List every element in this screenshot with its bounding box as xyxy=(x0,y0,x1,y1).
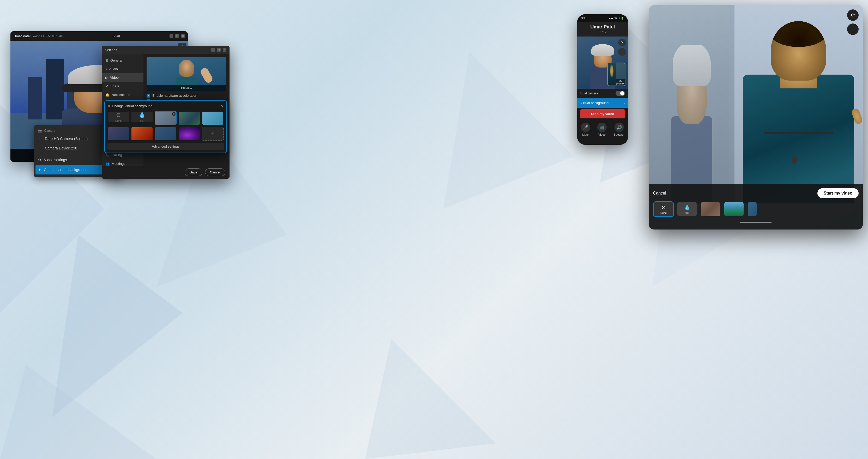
close-window-button[interactable]: ✕ xyxy=(181,34,185,38)
vbg-title: Change virtual background xyxy=(112,104,152,108)
camera-icon: 📷 xyxy=(38,129,42,132)
phone-self-preview: My preview xyxy=(607,63,625,86)
tablet-container: ⟳ ↑ xyxy=(649,5,863,230)
settings-minimize-btn[interactable]: ─ xyxy=(211,48,215,52)
caller-name: Umar Patel xyxy=(13,34,31,38)
call-time: 12:40 xyxy=(112,34,120,38)
nav-video[interactable]: ▷ Video xyxy=(102,73,144,82)
phone-mute-label: Mute xyxy=(582,133,588,136)
calling-icon: 📞 xyxy=(105,153,110,157)
camera-switch-icon: ⟳ xyxy=(621,41,623,44)
tablet-camera-switch-btn[interactable]: ⟳ xyxy=(847,9,859,21)
tablet-vbg-blur[interactable]: 💧 Blur xyxy=(677,201,698,217)
dual-camera-toggle[interactable] xyxy=(616,91,625,96)
meetings-icon: 👥 xyxy=(105,162,110,165)
vbg-collapse-icon[interactable]: ∨ xyxy=(221,103,224,109)
my-preview-label: My preview xyxy=(616,79,625,86)
hw-acceleration-checkbox[interactable]: ✓ xyxy=(147,94,150,97)
nav-general[interactable]: ⊞ General xyxy=(102,56,144,65)
vbg-bg4-item[interactable] xyxy=(107,127,129,141)
wifi-icon: WiFi xyxy=(615,17,620,20)
phone-mute-control[interactable]: 🎤 Mute xyxy=(581,123,590,136)
vbg-close-icon[interactable]: ✕ xyxy=(107,104,110,108)
brush-icon: ✦ xyxy=(38,168,41,172)
tablet-sidebar-icons: ⟳ ↑ xyxy=(847,9,859,35)
video-nav-icon: ▷ xyxy=(105,75,108,80)
tablet-frame: ⟳ ↑ xyxy=(649,5,863,230)
svg-marker-4 xyxy=(443,52,574,209)
vbg-blur-item[interactable]: 💧 Blur xyxy=(131,111,153,125)
tablet-vbg-bg3[interactable] xyxy=(747,201,757,217)
phone-call-duration: 00:12 xyxy=(580,30,625,34)
svg-marker-7 xyxy=(0,365,156,459)
none-symbol: ⊘ xyxy=(116,112,121,118)
vbg-bg2-item[interactable] xyxy=(178,111,200,125)
phone-video-area: My preview ⟳ ↑ xyxy=(577,36,628,89)
nav-audio[interactable]: ♪ Audio xyxy=(102,65,144,73)
tablet-cancel-button[interactable]: Cancel xyxy=(653,191,666,195)
phone-video-control[interactable]: 📹 Video xyxy=(597,123,607,136)
tablet-bottom-strip: Cancel Start my video ⊘ None 💧 Blur xyxy=(649,184,863,230)
phone-speaker-control[interactable]: 🔊 Speaker xyxy=(614,123,624,136)
vbg-panel-header: ✕ Change virtual background ∨ xyxy=(107,103,224,109)
vbg-bg7-item[interactable] xyxy=(178,127,200,141)
save-button[interactable]: Save xyxy=(185,169,203,176)
vbg-bg3-item[interactable] xyxy=(202,111,224,125)
phone-video-icon-btn: 📹 xyxy=(597,123,607,132)
phone-mute-icon-btn: 🎤 xyxy=(581,123,590,132)
vbg-bg1-item[interactable]: ✕ xyxy=(155,111,177,125)
general-icon: ⊞ xyxy=(105,58,108,62)
share-icon: ↗ xyxy=(105,84,108,88)
tablet-start-video-button[interactable]: Start my video xyxy=(817,188,859,198)
vbg-bg6-item[interactable] xyxy=(155,127,177,141)
nav-notifications[interactable]: 🔔 Notifications xyxy=(102,91,144,99)
phone-vbg-row[interactable]: Virtual background › xyxy=(577,98,628,108)
hw-acceleration-label: Enable hardware acceleration xyxy=(152,94,197,97)
phone-speaker-icon-btn: 🔊 xyxy=(615,123,624,132)
notifications-icon: 🔔 xyxy=(105,93,110,97)
phone-camera-switch-btn[interactable]: ⟳ xyxy=(618,39,626,47)
phone-signal-btn[interactable]: ↑ xyxy=(618,48,626,56)
phone-video-label: Video xyxy=(598,133,606,136)
tablet-signal-icon: ↑ xyxy=(852,27,854,31)
svg-marker-8 xyxy=(365,339,496,459)
audio-icon: ♪ xyxy=(105,67,107,71)
tablet-action-row: Cancel Start my video xyxy=(653,188,859,198)
tablet-blur-icon: 💧 xyxy=(684,204,690,211)
tablet-vbg-bg2[interactable] xyxy=(723,201,744,217)
toggle-knob xyxy=(620,91,624,95)
maximize-button[interactable]: □ xyxy=(175,34,179,38)
phone-frame: 9:41 ●●● WiFi 🔋 Umar Patel 00:12 xyxy=(577,14,628,145)
settings-title: Settings xyxy=(105,48,117,52)
signal-icon: ●●● xyxy=(609,17,614,20)
settings-maximize-btn[interactable]: □ xyxy=(217,48,221,52)
tablet-none-icon: ⊘ xyxy=(661,204,666,211)
settings-titlebar: Settings ─ □ ✕ xyxy=(102,45,229,54)
signal-quality-icon: ↑ xyxy=(622,51,623,54)
settings-close-btn[interactable]: ✕ xyxy=(223,48,226,52)
advanced-settings-button[interactable]: Advanced settings xyxy=(107,143,224,150)
settings-footer: Save Cancel xyxy=(102,165,229,179)
gear-icon: ⚙ xyxy=(38,158,41,162)
minimize-button[interactable]: ─ xyxy=(169,34,173,38)
tablet-camera-icon: ⟳ xyxy=(851,12,855,18)
tablet-vbg-bg1[interactable] xyxy=(700,201,721,217)
phone-stop-video-button[interactable]: Stop my video xyxy=(580,109,625,118)
tablet-vbg-none[interactable]: ⊘ None xyxy=(653,201,674,217)
tablet-signal-btn[interactable]: ↑ xyxy=(847,24,859,35)
add-bg-icon: + xyxy=(211,130,214,137)
cancel-button[interactable]: Cancel xyxy=(205,169,225,176)
vbg-none-item[interactable]: ⊘ None xyxy=(107,111,129,125)
dual-camera-label: Dual camera xyxy=(580,92,598,95)
nav-share[interactable]: ↗ Share xyxy=(102,82,144,91)
video-titlebar: Umar Patel Work: +1 555 888 1234 12:40 ─… xyxy=(10,31,188,41)
vbg-add-item[interactable]: + xyxy=(202,127,224,141)
vbg-bg5-item[interactable] xyxy=(131,127,153,141)
battery-icon: 🔋 xyxy=(621,17,624,20)
self-preview-video xyxy=(608,63,616,86)
home-indicator xyxy=(740,222,772,223)
checkmark-icon: ✓ xyxy=(38,137,42,141)
preview-label: Preview xyxy=(147,85,226,91)
phone-bottom-controls: 🎤 Mute 📹 Video 🔊 Speaker xyxy=(577,120,628,139)
svg-marker-1 xyxy=(52,235,183,417)
